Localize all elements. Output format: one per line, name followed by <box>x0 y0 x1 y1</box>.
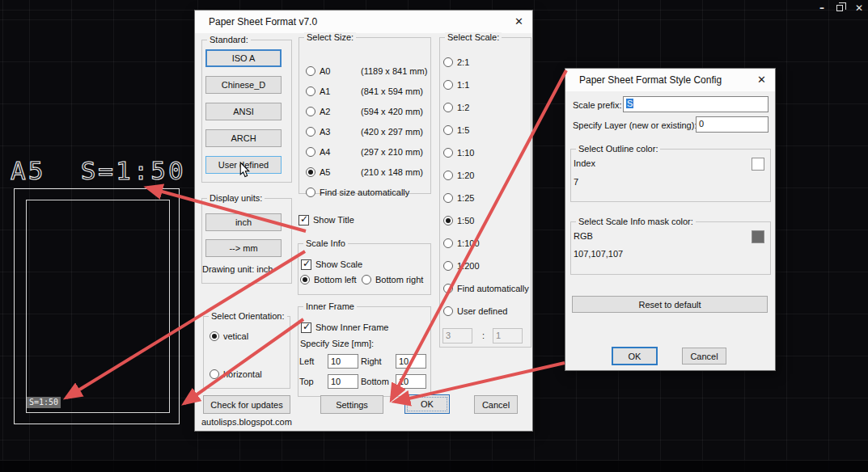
settings-button[interactable]: Settings <box>320 395 383 414</box>
inch-button[interactable]: inch <box>205 213 282 231</box>
inner-frame-top-input[interactable]: 10 <box>328 374 358 389</box>
standard-button-chinese-d[interactable]: Chinese_D <box>205 76 282 94</box>
select-scale-group-label: Select Scale: <box>445 32 502 42</box>
size-option-a3[interactable]: A3(420 x 297 mm) <box>306 126 423 137</box>
standard-button-ansi[interactable]: ANSI <box>205 103 282 120</box>
select-size-group-label: Select Size: <box>304 32 356 42</box>
style-config-dialog: Paper Sheet Format Style Config ✕ Scale … <box>565 68 776 371</box>
radio-icon <box>306 86 315 96</box>
scale-option-user-defined[interactable]: User defined <box>443 306 507 317</box>
display-units-group-label: Display units: <box>207 193 265 203</box>
main-dialog-titlebar[interactable]: Paper Sheet Format v7.0 ✕ <box>195 11 532 33</box>
orientation-group-label: Select Orientation: <box>209 311 287 321</box>
radio-icon <box>306 66 315 76</box>
standard-button-iso-a[interactable]: ISO A <box>205 49 282 67</box>
scale-option-label: 1:5 <box>457 125 469 135</box>
standard-group-label: Standard: <box>207 35 251 44</box>
size-option-label: A2 <box>320 107 357 116</box>
mask-color-swatch[interactable] <box>752 230 764 243</box>
show-inner-frame-checkbox[interactable]: Show Inner Frame <box>301 322 388 333</box>
radio-icon <box>300 275 310 284</box>
scale-info-group-label: Scale Info <box>303 238 348 248</box>
website-link[interactable]: autolisps.blogspot.com <box>201 417 292 427</box>
size-option-dims: (1189 x 841 mm) <box>361 66 427 76</box>
window-controls: – ✕ <box>819 2 863 15</box>
radio-icon <box>443 284 453 293</box>
radio-icon <box>443 80 453 90</box>
scale-option-1-10[interactable]: 1:10 <box>443 147 474 158</box>
paper-sheet-format-dialog: Paper Sheet Format v7.0 ✕ Standard: Sele… <box>194 10 533 432</box>
style-dialog-titlebar[interactable]: Paper Sheet Format Style Config ✕ <box>565 69 775 91</box>
layer-input[interactable]: 0 <box>696 116 768 133</box>
scale-option-1-1[interactable]: 1:1 <box>443 79 469 91</box>
scale-option-label: 1:2 <box>457 103 469 112</box>
ok-button[interactable]: OK <box>404 394 450 414</box>
inner-frame-bottom-input[interactable]: 10 <box>396 374 426 389</box>
scale-option-label: 1:200 <box>457 261 480 271</box>
size-option-a1[interactable]: A1(841 x 594 mm) <box>306 86 423 97</box>
scale-option-label: 1:10 <box>457 148 474 158</box>
radio-icon <box>443 193 453 203</box>
size-option-label: A4 <box>320 147 357 157</box>
mouse-cursor-icon <box>239 162 250 178</box>
scale-position-bottom-right[interactable]: Bottom right <box>362 274 423 285</box>
scale-option-1-2[interactable]: 1:2 <box>443 102 469 113</box>
specify-size-label: Specify Size [mm]: <box>300 339 374 348</box>
size-option-label: A1 <box>320 86 357 96</box>
size-option-a2[interactable]: A2(594 x 420 mm) <box>306 106 423 117</box>
cancel-button[interactable]: Cancel <box>682 348 726 365</box>
scale-option-1-50[interactable]: 1:50 <box>443 215 474 226</box>
to-mm-button[interactable]: --> mm <box>205 239 282 257</box>
radio-icon <box>210 369 219 379</box>
show-title-checkbox[interactable]: Show Title <box>299 214 354 225</box>
scale-option-1-100[interactable]: 1:100 <box>443 238 480 249</box>
inner-frame-field-label-left: Left <box>299 356 314 366</box>
size-option-find-size-automatically[interactable]: Find size automatically <box>306 187 409 198</box>
outline-color-mode: Index <box>574 158 595 168</box>
scale-option-1-200[interactable]: 1:200 <box>443 260 480 272</box>
close-icon[interactable]: ✕ <box>757 74 766 86</box>
check-for-updates-button[interactable]: Check for updates <box>203 395 290 414</box>
custom-scale-left-input[interactable]: 3 <box>442 328 472 343</box>
cancel-button[interactable]: Cancel <box>474 395 518 414</box>
scale-prefix-input[interactable]: S <box>623 96 768 112</box>
inner-frame-right-input[interactable]: 10 <box>396 354 426 369</box>
restore-icon[interactable] <box>836 2 843 14</box>
orientation-option-vetical[interactable]: vetical <box>210 331 248 342</box>
scale-option-1-5[interactable]: 1:5 <box>443 124 469 136</box>
outline-color-swatch[interactable] <box>752 158 764 171</box>
size-option-dims: (594 x 420 mm) <box>361 107 423 116</box>
canvas-bottom-strip <box>0 460 868 472</box>
orientation-option-horizontal[interactable]: horizontal <box>210 369 262 380</box>
paper-inner-frame <box>26 200 170 413</box>
scale-position-label: Bottom left <box>314 275 357 284</box>
size-option-a5[interactable]: A5(210 x 148 mm) <box>306 166 423 178</box>
reset-to-default-button[interactable]: Reset to default <box>572 296 768 313</box>
scale-info-mask-label: S=1:50 <box>27 397 61 408</box>
close-icon[interactable]: ✕ <box>514 15 523 27</box>
scale-option-2-1[interactable]: 2:1 <box>443 57 469 68</box>
minimize-icon[interactable]: – <box>819 2 824 14</box>
show-scale-label: Show Scale <box>315 259 362 269</box>
ok-button[interactable]: OK <box>612 347 658 365</box>
size-option-a4[interactable]: A4(297 x 210 mm) <box>306 146 423 158</box>
inner-frame-field-label-top: Top <box>299 377 314 386</box>
show-scale-checkbox[interactable]: Show Scale <box>301 259 362 270</box>
scale-option-1-20[interactable]: 1:20 <box>443 170 474 181</box>
radio-icon <box>306 107 315 116</box>
scale-option-find-automatically[interactable]: Find automatically <box>443 283 529 294</box>
scale-position-bottom-left[interactable]: Bottom left <box>300 274 357 285</box>
standard-button-arch[interactable]: ARCH <box>205 129 282 147</box>
close-icon[interactable]: ✕ <box>855 2 863 14</box>
outline-color-group-label: Select Outline color: <box>576 144 660 154</box>
orientation-label: horizontal <box>223 369 262 379</box>
radio-icon <box>443 306 453 316</box>
custom-scale-right-input[interactable]: 1 <box>493 328 523 343</box>
scale-option-1-25[interactable]: 1:25 <box>443 192 474 204</box>
size-option-dims: (297 x 210 mm) <box>361 147 423 157</box>
radio-icon <box>443 57 453 67</box>
scale-option-label: Find automatically <box>457 284 529 293</box>
radio-icon <box>210 331 219 341</box>
inner-frame-left-input[interactable]: 10 <box>328 354 358 369</box>
size-option-a0[interactable]: A0(1189 x 841 mm) <box>306 65 427 77</box>
